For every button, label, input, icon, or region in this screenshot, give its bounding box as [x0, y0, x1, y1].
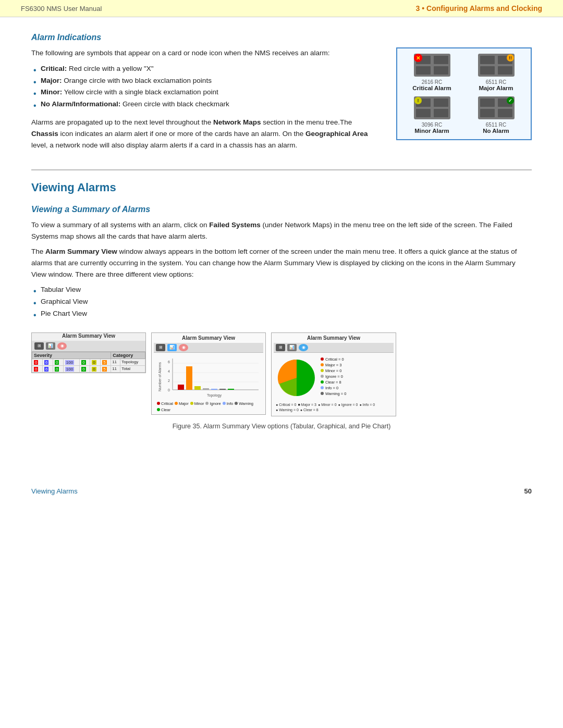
pie-legend-info: Info = 0	[321, 386, 346, 390]
sub-minor: ● Minor = 0	[318, 403, 337, 406]
pie-view-title: Alarm Summary View	[274, 335, 394, 341]
table-row: 0 6 0 100 0 0 5 11 Total	[32, 365, 145, 372]
alarm-cell-none: ✓ 6511 RC No Alarm	[469, 96, 523, 134]
svg-rect-38	[186, 366, 192, 390]
critical-alarm-caption: Critical Alarm	[412, 85, 451, 91]
section-divider	[31, 169, 532, 170]
svg-rect-11	[498, 66, 512, 75]
svg-rect-39	[194, 386, 201, 390]
pie-legend-ignore: Ignore = 0	[321, 374, 346, 379]
svg-rect-3	[416, 66, 431, 75]
page-content: Alarm Indications The following are symb…	[0, 17, 563, 461]
bullet-major: Major: Orange circle with two black excl…	[31, 75, 381, 87]
svg-rect-37	[178, 385, 184, 390]
header-manual-title: FS6300 NMS User Manual	[21, 5, 102, 13]
table-row: 0 6 0 100 0 0 5 11 Topology	[32, 359, 145, 365]
critical-card-label: 2616 RC	[422, 79, 442, 85]
pie-legend-clear: Clear = 8	[321, 380, 346, 385]
graphical-view-container: Alarm Summary View ⊞ 📊 ◉	[151, 332, 266, 415]
sub-clear: ● Clear = 8	[300, 408, 319, 412]
pie-view-screenshot: Alarm Summary View ⊞ 📊 ◉	[271, 332, 396, 416]
minor-alarm-caption: Minor Alarm	[414, 128, 449, 134]
alarm-cell-minor: ! 3096 RC Minor Alarm	[405, 96, 459, 134]
pie-icon: ◉	[57, 342, 67, 350]
pie-view-container: Alarm Summary View ⊞ 📊 ◉	[271, 332, 396, 416]
bullet-minor: Minor: Yellow circle with a single black…	[31, 87, 381, 98]
bar-chart-svg: 0 2 4 6	[157, 356, 261, 398]
svg-rect-40	[203, 388, 209, 390]
svg-rect-16	[434, 98, 448, 107]
svg-text:2: 2	[168, 379, 170, 382]
page-footer: Viewing Alarms 50	[0, 482, 563, 500]
legend-critical: Critical	[157, 401, 173, 406]
graph-icon3: 📊	[287, 344, 297, 351]
bullet-critical: Critical: Red circle with a yellow "X"	[31, 63, 381, 75]
view-options-list: Tabular View Graphical View Pie Chart Vi…	[31, 284, 532, 320]
pie-legend-critical: Critical = 0	[321, 357, 346, 362]
alarm-bullet-list: Critical: Red circle with a yellow "X" M…	[31, 63, 381, 111]
figure-caption: Figure 35. Alarm Summary View options (T…	[31, 423, 532, 430]
page-header: FS6300 NMS User Manual 3 • Configuring A…	[0, 0, 563, 17]
svg-rect-41	[211, 389, 217, 390]
pie-toolbar: ⊞ 📊 ◉	[274, 343, 394, 353]
major-card-label: 6511 RC	[486, 79, 506, 85]
svg-text:Topology: Topology	[207, 393, 222, 398]
pie-content: Critical = 0 Major = 3 Minor = 0 Ignore …	[274, 355, 394, 401]
option-tabular: Tabular View	[31, 284, 532, 296]
svg-rect-8	[480, 56, 495, 64]
svg-rect-10	[480, 66, 495, 75]
legend-clear: Clear	[157, 408, 170, 412]
tabular-table: Severity Category 0 6 0 100 0 0	[32, 352, 145, 373]
svg-text:Number of Alarms: Number of Alarms	[158, 362, 162, 391]
viewing-para1: To view a summary of all systems with an…	[31, 219, 532, 242]
viewing-alarms-section: Viewing Alarms Viewing a Summary of Alar…	[31, 181, 532, 430]
graph-toolbar: ⊞ 📊 ◉	[154, 343, 263, 353]
footer-section-label: Viewing Alarms	[31, 487, 78, 495]
alarm-indications-section: Alarm Indications The following are symb…	[31, 33, 532, 155]
option-pie: Pie Chart View	[31, 308, 532, 320]
graph-legend: Critical Major Minor Ignore Info Warning…	[157, 401, 260, 412]
svg-rect-17	[416, 109, 431, 117]
graph-icon2: 📊	[167, 344, 177, 351]
tabular-view-screenshot: Alarm Summary View ⊞ 📊 ◉ Severity Catego…	[31, 332, 146, 373]
viewing-para2: The Alarm Summary View window always app…	[31, 246, 532, 280]
no-alarm-card-svg: ✓	[478, 96, 515, 119]
legend-info: Info	[223, 401, 234, 406]
legend-major: Major	[175, 401, 189, 406]
figure-container: Alarm Summary View ⊞ 📊 ◉ Severity Catego…	[31, 332, 532, 416]
sub-major: ■ Major = 3	[298, 403, 316, 406]
pie-legend-major: Major = 3	[321, 363, 346, 367]
tabular-icon2: ⊞	[156, 344, 165, 351]
svg-text:!!: !!	[509, 55, 512, 60]
footer-page-number: 50	[524, 487, 532, 495]
pie-legend: Critical = 0 Major = 3 Minor = 0 Ignore …	[321, 357, 346, 396]
svg-text:✕: ✕	[416, 55, 420, 61]
pie-legend-minor: Minor = 0	[321, 368, 346, 373]
svg-rect-22	[480, 98, 495, 107]
severity-header: Severity	[32, 352, 111, 359]
no-alarm-caption: No Alarm	[483, 128, 509, 134]
svg-rect-18	[434, 109, 448, 117]
alarm-indications-block: The following are symbols that appear on…	[31, 47, 532, 155]
graphical-view-screenshot: Alarm Summary View ⊞ 📊 ◉	[151, 332, 266, 415]
tabular-view-title: Alarm Summary View	[32, 333, 145, 339]
sub-warning: ● Warning = 0	[276, 408, 299, 412]
alarm-propagation-text: Alarms are propagated up to the next lev…	[31, 117, 381, 151]
bullet-no-alarm: No Alarm/Informational: Green circle wit…	[31, 98, 381, 110]
svg-rect-42	[219, 389, 226, 390]
pie-icon3: ◉	[299, 344, 308, 351]
viewing-summary-title: Viewing a Summary of Alarms	[31, 205, 532, 214]
svg-rect-4	[434, 66, 448, 75]
tabular-toolbar: ⊞ 📊 ◉	[32, 341, 145, 352]
tabular-view-container: Alarm Summary View ⊞ 📊 ◉ Severity Catego…	[31, 332, 146, 373]
svg-rect-25	[498, 109, 512, 117]
alarm-cell-major: !! 6511 RC Major Alarm	[469, 54, 523, 91]
critical-alarm-card-svg: ✕	[414, 54, 450, 77]
option-graphical: Graphical View	[31, 296, 532, 308]
svg-rect-43	[228, 389, 234, 390]
svg-rect-24	[480, 109, 495, 117]
alarm-cell-critical: ✕ 2616 RC Critical Alarm	[405, 54, 459, 91]
alarm-text-list: The following are symbols that appear on…	[31, 47, 381, 155]
major-alarm-card-svg: !!	[478, 54, 515, 77]
legend-minor: Minor	[190, 401, 204, 406]
